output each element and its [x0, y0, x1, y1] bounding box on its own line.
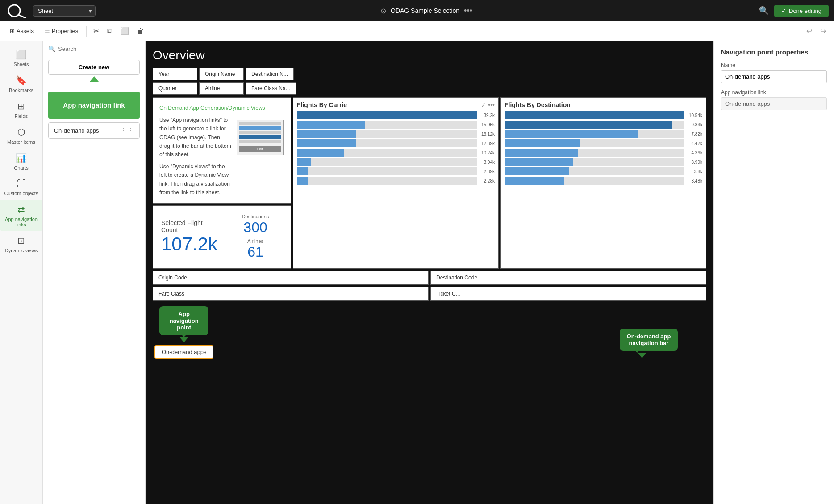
info-text-2: Use "Dynamic views" to the left to creat…	[159, 162, 232, 197]
bar-row-5: 3.04k	[297, 158, 495, 166]
fields-icon: ⊞	[17, 101, 25, 112]
fare-class-cell[interactable]: Fare Class	[153, 287, 429, 301]
sidebar-item-charts[interactable]: 📊 Charts	[0, 148, 42, 174]
chart2-bar-fill-0	[505, 111, 684, 119]
chart2-bar-fill-3	[505, 139, 580, 147]
chart2-bar-label-3: 4.42k	[686, 141, 702, 146]
cut-button[interactable]: ✂	[90, 25, 102, 37]
filter-year[interactable]: Year	[153, 68, 197, 80]
done-editing-button[interactable]: ✓ Done editing	[774, 5, 829, 17]
sidebar-item-custom-objects[interactable]: ⛶ Custom objects	[0, 174, 42, 200]
chart2-bar-row-1: 9.83k	[505, 121, 702, 129]
odag-link[interactable]: On Demand App Generation/Dynamic Views	[159, 104, 284, 112]
properties-tab[interactable]: ☰ Properties	[40, 25, 83, 37]
chart2-title: Flights By Destination	[505, 101, 571, 108]
expand-icon[interactable]: ⤢	[481, 101, 486, 108]
stats-row: Selected Flight Count 107.2k Destination…	[158, 210, 286, 264]
chart2-bar-bg-5	[505, 158, 684, 166]
chart2-bar-label-1: 9.83k	[686, 122, 702, 127]
sheets-icon: ⬜	[16, 49, 27, 60]
info-content: Use "App navigation links" to the left t…	[159, 116, 284, 197]
chart2-bar-label-7: 3.48k	[686, 179, 702, 183]
info-text-col: Use "App navigation links" to the left t…	[159, 116, 232, 197]
chart2-bar-fill-4	[505, 149, 578, 157]
sidebar-item-dynamic-views[interactable]: ⊡ Dynamic views	[0, 231, 42, 257]
destination-code-cell[interactable]: Destination Code	[430, 271, 706, 285]
search-input[interactable]	[58, 46, 140, 52]
filter-airline[interactable]: Airline	[199, 82, 244, 95]
sheet-selector[interactable]: Sheet	[33, 5, 96, 17]
chart2-bar-row-4: 4.36k	[505, 149, 702, 157]
mini-row-3	[239, 131, 281, 134]
main-content-row: On Demand App Generation/Dynamic Views U…	[153, 97, 706, 269]
chart2-panel: Flights By Destination 10.54k 9.83k	[500, 97, 706, 269]
toolbar-right: ↩ ↪	[804, 25, 829, 37]
chart1-panel: Flights By Carrie ⤢ ••• 39.2k	[293, 97, 499, 269]
bar-label-2: 13.12k	[479, 132, 495, 137]
paste-button[interactable]: ⬜	[117, 25, 132, 37]
app-title: ODAG Sample Selection	[391, 7, 459, 14]
sheet-title: Overview	[153, 48, 706, 62]
drag-icon: ⋮⋮	[120, 126, 134, 135]
create-new-button[interactable]: Create new	[48, 60, 140, 75]
bar-fill-5	[297, 158, 311, 166]
bar-label-6: 2.39k	[479, 169, 495, 174]
toolbar: ⊞ Assets ☰ Properties ✂ ⧉ ⬜ 🗑 ↩ ↪	[0, 21, 834, 41]
bar-fill-2	[297, 130, 356, 138]
redo-button[interactable]: ↪	[817, 25, 829, 37]
bar-row-4: 10.24k	[297, 149, 495, 157]
bottom-row-1: Origin Code Destination Code	[153, 271, 706, 285]
bar-bg-5	[297, 158, 477, 166]
sidebar-item-master-items[interactable]: ⬡ Master items	[0, 122, 42, 148]
bar-row-7: 2.28k	[297, 177, 495, 185]
chart2-bar-bg-6	[505, 167, 684, 175]
bar-fill-7	[297, 177, 308, 185]
chart2-bar-fill-2	[505, 130, 638, 138]
chart2-bar-label-4: 4.36k	[686, 150, 702, 155]
delete-button[interactable]: 🗑	[134, 25, 147, 37]
origin-code-cell[interactable]: Origin Code	[153, 271, 429, 285]
chart2-bar-fill-6	[505, 167, 569, 175]
bar-row-0: 39.2k	[297, 111, 495, 119]
canvas-area: Overview Year Origin Name Destination N.…	[146, 41, 713, 504]
copy-button[interactable]: ⧉	[104, 25, 115, 37]
app-nav-container: App navigation link On-demand apps ⋮⋮	[43, 81, 145, 141]
destinations-stat: Destinations 300 Airlines 61	[225, 210, 286, 264]
filter-fare-class-na[interactable]: Fare Class Na...	[246, 82, 296, 95]
ticket-c-cell[interactable]: Ticket C...	[430, 287, 706, 301]
assets-tab[interactable]: ⊞ Assets	[5, 25, 38, 37]
filter-origin-name[interactable]: Origin Name	[199, 68, 244, 80]
name-prop-input[interactable]	[721, 70, 827, 83]
bar-bg-6	[297, 167, 477, 175]
on-demand-apps-nav-point[interactable]: On-demand apps	[154, 345, 213, 359]
filter-destination-n[interactable]: Destination N...	[246, 68, 294, 80]
sidebar-item-bookmarks[interactable]: 🔖 Bookmarks	[0, 71, 42, 96]
more-icon[interactable]: •••	[488, 101, 495, 108]
more-options-icon[interactable]: •••	[464, 6, 472, 16]
custom-objects-icon: ⛶	[17, 179, 26, 189]
bar-label-4: 10.24k	[479, 150, 495, 155]
search-button[interactable]: 🔍	[757, 4, 771, 17]
bar-label-5: 3.04k	[479, 160, 495, 165]
canvas-sheet: Overview Year Origin Name Destination N.…	[146, 41, 713, 504]
bar-fill-6	[297, 167, 308, 175]
sheet-selector-wrap: Sheet	[33, 5, 96, 17]
bar-label-3: 12.89k	[479, 141, 495, 146]
chart2-bar-row-5: 3.99k	[505, 158, 702, 166]
on-demand-apps-item[interactable]: On-demand apps ⋮⋮	[48, 122, 140, 139]
chart2-title-row: Flights By Destination	[505, 101, 702, 108]
bar-fill-4	[297, 149, 344, 157]
undo-button[interactable]: ↩	[804, 25, 815, 37]
top-bar-right: 🔍 ✓ Done editing	[757, 4, 829, 17]
chart2-bar-row-3: 4.42k	[505, 139, 702, 147]
filter-row-1: Year Origin Name Destination N...	[153, 68, 706, 80]
qlik-logo	[5, 3, 28, 19]
filter-quarter[interactable]: Quarter	[153, 82, 197, 95]
chart2-bar-row-7: 3.48k	[505, 177, 702, 185]
sidebar-item-sheets[interactable]: ⬜ Sheets	[0, 45, 42, 71]
app-icon: ⊙	[380, 7, 386, 15]
top-bar: Sheet ⊙ ODAG Sample Selection ••• 🔍 ✓ Do…	[0, 0, 834, 21]
chart2-bar-fill-7	[505, 177, 564, 185]
sidebar-item-app-navigation-links[interactable]: ⇄ App navigation links	[0, 200, 42, 231]
sidebar-item-fields[interactable]: ⊞ Fields	[0, 96, 42, 122]
